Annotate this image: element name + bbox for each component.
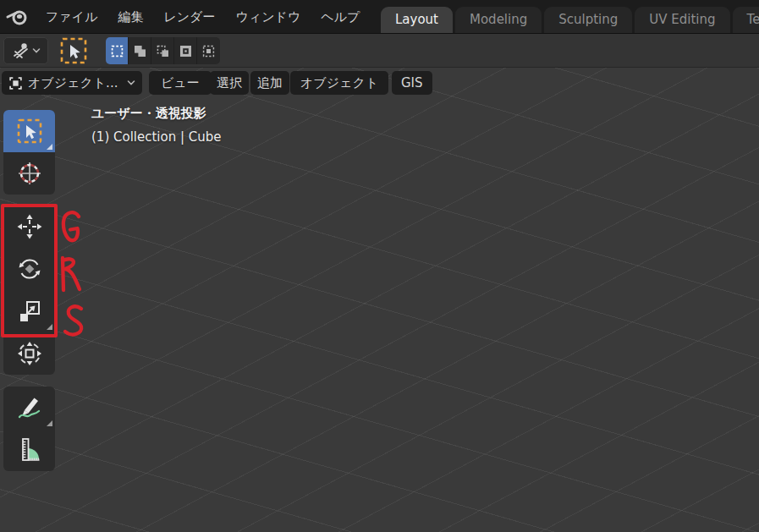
tab-modeling[interactable]: Modeling [455, 7, 542, 33]
select-box-icon [15, 117, 44, 145]
collection-object-label: (1) Collection | Cube [91, 129, 222, 145]
toolbar-group-annotate [3, 387, 55, 471]
menu-render[interactable]: レンダー [153, 0, 225, 34]
tool-settings-bar [0, 34, 759, 68]
workspace-tabs: Layout Modeling Sculpting UV Editing Tex [381, 7, 759, 33]
toolbar-group-select [3, 110, 55, 195]
select-set-icon [111, 45, 124, 58]
more-options-indicator [47, 324, 52, 330]
select-mode-extend[interactable] [129, 37, 151, 64]
menu-gis[interactable]: GIS [392, 71, 432, 95]
chevron-down-icon [127, 80, 135, 86]
viewport-3d[interactable]: オブジェクト... ビュー 選択 追加 オブジェクト GIS ユーザー・透視投影… [0, 68, 759, 532]
select-invert-icon [179, 45, 192, 58]
select-subtract-icon [157, 45, 169, 58]
object-mode-label: オブジェクト... [28, 75, 122, 91]
select-extend-icon [134, 45, 146, 58]
chevron-down-icon [32, 47, 41, 54]
tool-measure[interactable] [3, 429, 55, 471]
select-mode-set[interactable] [106, 37, 129, 64]
measure-icon [15, 436, 44, 464]
more-options-indicator [47, 420, 52, 426]
rotate-icon [15, 255, 44, 283]
scale-icon [15, 297, 44, 326]
tool-rotate[interactable] [3, 248, 55, 290]
annotation-letter-g [59, 208, 82, 246]
active-tool-dropdown[interactable] [3, 37, 48, 64]
tool-select-box[interactable] [3, 110, 55, 152]
toolbar-group-transform [3, 206, 55, 375]
move-icon [15, 212, 44, 241]
tool-cursor[interactable] [3, 152, 55, 195]
object-mode-dropdown[interactable]: オブジェクト... [2, 71, 142, 95]
tool-move[interactable] [3, 206, 55, 248]
menu-object[interactable]: オブジェクト [290, 71, 388, 95]
select-mode-invert[interactable] [174, 37, 197, 64]
blender-window: ファイル 編集 レンダー ウィンドウ ヘルプ Layout Modeling S… [0, 0, 759, 532]
select-mode-intersect[interactable] [197, 37, 220, 64]
viewport-overlay-text: ユーザー・透視投影 (1) Collection | Cube [91, 106, 222, 145]
annotate-icon [15, 393, 44, 422]
active-tool-icon [12, 41, 30, 60]
annotation-letter-r [57, 254, 83, 294]
menu-help[interactable]: ヘルプ [311, 0, 370, 34]
tool-scale[interactable] [3, 290, 55, 332]
tool-annotate[interactable] [3, 387, 55, 429]
active-tool-select-box-button[interactable] [56, 37, 91, 64]
viewport-header: オブジェクト... ビュー 選択 追加 オブジェクト GIS [0, 71, 759, 95]
menu-view[interactable]: ビュー [149, 71, 212, 95]
tab-uv-editing[interactable]: UV Editing [635, 7, 729, 33]
more-options-indicator [47, 144, 52, 150]
menubar: ファイル 編集 レンダー ウィンドウ ヘルプ [36, 0, 370, 34]
view-perspective-label: ユーザー・透視投影 [91, 106, 222, 122]
menu-edit[interactable]: 編集 [107, 0, 153, 34]
menu-select[interactable]: 選択 [210, 71, 249, 95]
select-mode-subtract[interactable] [151, 37, 174, 64]
tab-sculpting[interactable]: Sculpting [544, 7, 632, 33]
menu-file[interactable]: ファイル [36, 0, 107, 34]
tool-transform[interactable] [3, 332, 55, 375]
topbar: ファイル 編集 レンダー ウィンドウ ヘルプ Layout Modeling S… [0, 0, 759, 34]
object-mode-icon [8, 76, 23, 90]
menu-add[interactable]: 追加 [250, 71, 289, 95]
tab-layout[interactable]: Layout [381, 7, 453, 33]
select-intersect-icon [202, 45, 215, 58]
menu-window[interactable]: ウィンドウ [225, 0, 311, 34]
select-box-icon [59, 36, 88, 65]
select-mode-group [106, 37, 220, 64]
annotation-letter-s [62, 302, 85, 339]
blender-logo-icon [6, 6, 30, 28]
cursor-3d-icon [15, 159, 44, 188]
transform-icon [15, 339, 44, 368]
tab-texture-paint[interactable]: Tex [733, 7, 759, 33]
